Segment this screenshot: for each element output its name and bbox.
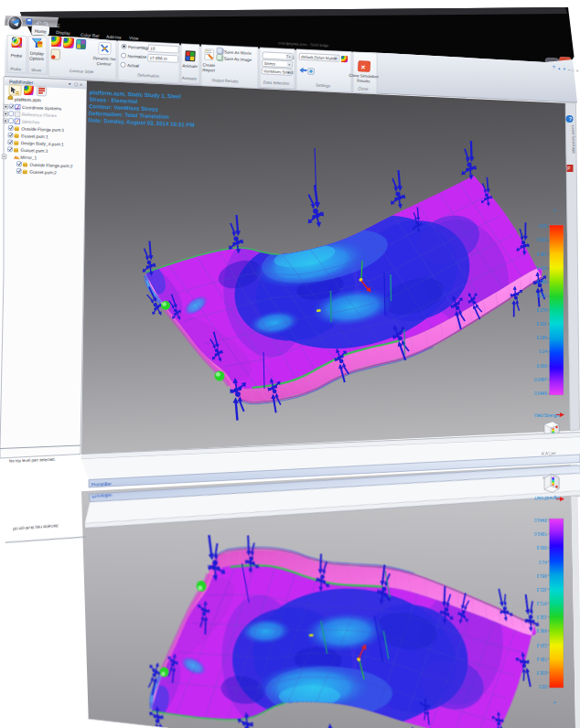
- svg-text:Contour: Contour: [96, 61, 112, 67]
- svg-text:P: P: [567, 166, 570, 171]
- svg-text:Gusset.psm:1: Gusset.psm:1: [21, 134, 48, 139]
- svg-text:PathFinder: PathFinder: [9, 79, 34, 85]
- svg-text:Display: Display: [56, 30, 71, 36]
- svg-text:▲: ▲: [557, 66, 561, 70]
- svg-text:Actual: Actual: [127, 63, 139, 69]
- svg-text:0.0497: 0.0497: [534, 378, 547, 382]
- svg-text:0.186: 0.186: [537, 336, 548, 340]
- svg-text:Close: Close: [358, 86, 369, 91]
- svg-text:⇓: ⇓: [291, 55, 295, 60]
- svg-text:10: 10: [150, 47, 156, 51]
- svg-text:0.14: 0.14: [539, 349, 547, 354]
- svg-text:⇑: ⇑: [285, 54, 290, 59]
- svg-text:Animate: Animate: [182, 76, 198, 81]
- svg-text:Options: Options: [29, 56, 45, 61]
- svg-text:0.457: 0.457: [537, 252, 548, 257]
- svg-text:17.656 in: 17.656 in: [150, 56, 168, 61]
- svg-text:0.276: 0.276: [537, 308, 548, 313]
- svg-text:Display: Display: [30, 51, 45, 57]
- svg-text:0.412: 0.412: [537, 266, 548, 271]
- svg-text:Results: Results: [357, 79, 371, 84]
- svg-text:Stress: Stress: [263, 61, 275, 67]
- svg-text:platform.asm: platform.asm: [15, 96, 41, 102]
- svg-text:Sketches: Sketches: [21, 120, 39, 125]
- svg-text:A´A´□±×: A´A´□±×: [542, 451, 556, 456]
- svg-text:Show: Show: [31, 68, 42, 73]
- svg-text:0.095: 0.095: [537, 364, 548, 369]
- svg-text:Animate: Animate: [182, 63, 198, 69]
- svg-text:Normalize: Normalize: [127, 54, 146, 59]
- svg-text:×: ×: [80, 81, 82, 87]
- svg-text:?: ?: [553, 64, 555, 70]
- svg-text:▾: ▾: [50, 23, 52, 27]
- svg-text:0.366: 0.366: [537, 280, 548, 284]
- svg-text:Home: Home: [35, 29, 47, 35]
- svg-text:Yield Strength: Yield Strength: [534, 413, 561, 418]
- svg-text:Settings: Settings: [316, 83, 331, 89]
- svg-text:View: View: [129, 36, 139, 41]
- svg-text:Probe: Probe: [11, 53, 23, 59]
- svg-text:Probe: Probe: [10, 67, 22, 72]
- svg-text:Gusset.psm:3: Gusset.psm:3: [20, 148, 48, 154]
- svg-text:▼: ▼: [563, 67, 566, 71]
- svg-text:?: ?: [569, 116, 572, 122]
- svg-text:Mirror_1: Mirror_1: [20, 155, 37, 161]
- svg-text:×: ×: [360, 63, 365, 71]
- svg-text:▢: ▢: [74, 82, 78, 87]
- svg-text:Add-Ins: Add-Ins: [106, 35, 122, 40]
- svg-text:Gusset.psm:2: Gusset.psm:2: [29, 170, 57, 176]
- svg-text:0.0445: 0.0445: [534, 391, 547, 396]
- svg-text:Report: Report: [202, 68, 215, 73]
- svg-text:☰: ☰: [56, 23, 60, 28]
- svg-text:0.55: 0.55: [539, 224, 547, 229]
- svg-text:0.503: 0.503: [537, 238, 548, 242]
- svg-text:0.231: 0.231: [537, 322, 548, 327]
- svg-text:0.321: 0.321: [537, 294, 548, 298]
